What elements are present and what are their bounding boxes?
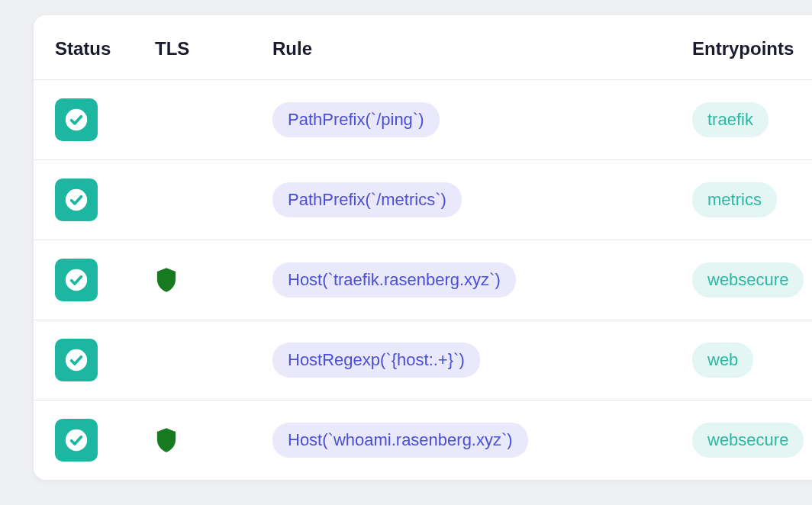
table-row[interactable]: PathPrefix(`/ping`) traefik	[34, 80, 812, 160]
status-ok-icon	[55, 98, 98, 141]
entrypoint-pill: websecure	[692, 423, 804, 458]
status-ok-icon	[55, 179, 98, 221]
table-body: PathPrefix(`/ping`) traefik PathPrefix(`…	[34, 80, 812, 481]
table-header-row: Status TLS Rule Entrypoints	[34, 15, 812, 80]
entrypoint-pill: traefik	[692, 102, 768, 137]
column-header-entrypoints[interactable]: Entrypoints	[680, 15, 812, 80]
status-ok-icon	[55, 419, 98, 462]
table-row[interactable]: Host(`traefik.rasenberg.xyz`) websecure	[34, 240, 812, 320]
shield-icon	[155, 427, 248, 453]
rule-pill: HostRegexp(`{host:.+}`)	[272, 343, 480, 378]
rule-pill: PathPrefix(`/metrics`)	[272, 182, 462, 217]
rule-pill: Host(`traefik.rasenberg.xyz`)	[272, 262, 516, 298]
table-row[interactable]: Host(`whoami.rasenberg.xyz`) websecure	[34, 400, 812, 481]
routers-table-card: Status TLS Rule Entrypoints PathPrefix(`…	[34, 15, 812, 480]
entrypoint-pill: web	[692, 343, 753, 378]
rule-pill: Host(`whoami.rasenberg.xyz`)	[272, 423, 528, 458]
entrypoint-pill: websecure	[692, 262, 804, 298]
column-header-status[interactable]: Status	[34, 15, 143, 80]
routers-table: Status TLS Rule Entrypoints PathPrefix(`…	[34, 15, 812, 480]
status-ok-icon	[55, 259, 98, 301]
column-header-rule[interactable]: Rule	[260, 15, 680, 80]
column-header-tls[interactable]: TLS	[143, 15, 260, 80]
table-row[interactable]: PathPrefix(`/metrics`) metrics	[34, 160, 812, 240]
status-ok-icon	[55, 339, 98, 381]
shield-icon	[155, 267, 248, 293]
entrypoint-pill: metrics	[692, 182, 777, 217]
rule-pill: PathPrefix(`/ping`)	[272, 102, 440, 137]
table-row[interactable]: HostRegexp(`{host:.+}`) web	[34, 320, 812, 400]
